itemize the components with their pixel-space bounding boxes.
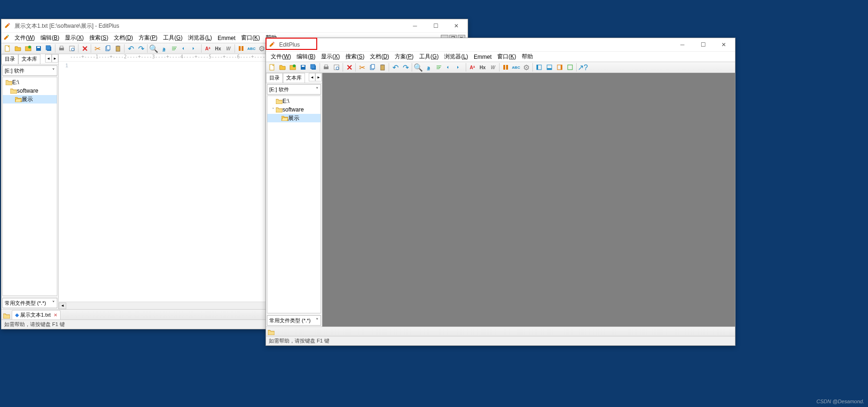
- tree-item-display[interactable]: 展示: [3, 95, 57, 104]
- drive-selector[interactable]: [E:] 软件 ˅: [267, 84, 321, 95]
- sidebar-nav-prev[interactable]: ◄: [45, 54, 52, 63]
- tb-panel4[interactable]: [565, 63, 575, 72]
- directory-tree[interactable]: E:\ ˅ software 展示: [267, 96, 321, 313]
- menu-browser[interactable]: 浏览器(L): [185, 33, 215, 43]
- menu-search[interactable]: 搜索(S): [343, 52, 367, 62]
- menu-file[interactable]: 文件(W): [12, 33, 38, 43]
- sidebar-nav-prev[interactable]: ◄: [309, 73, 315, 81]
- tb-paste[interactable]: [113, 44, 123, 53]
- tb-delete[interactable]: ✕: [344, 63, 354, 72]
- tb-open[interactable]: [13, 44, 23, 53]
- tb-encoding[interactable]: ABC: [247, 44, 256, 53]
- tb-wrap[interactable]: [170, 44, 179, 53]
- sidebar-tab-directory[interactable]: 目录: [266, 73, 283, 83]
- tb-cut[interactable]: ✂: [357, 63, 367, 72]
- tree-item-root[interactable]: E:\: [267, 97, 321, 105]
- titlebar[interactable]: 展示文本1.txt [E:\software\展示] - EditPlus ─ …: [1, 19, 468, 32]
- tree-item-software[interactable]: software: [3, 87, 57, 95]
- minimize-button[interactable]: ─: [405, 19, 425, 32]
- tb-help-arrow[interactable]: ↗?: [578, 63, 587, 72]
- tb-font[interactable]: Aª: [203, 44, 212, 53]
- tb-spell[interactable]: a̲: [424, 63, 433, 72]
- tb-panel2[interactable]: [545, 63, 554, 72]
- tb-save[interactable]: [298, 63, 308, 72]
- menu-view[interactable]: 显示(X): [62, 33, 86, 43]
- menu-doc[interactable]: 文档(D): [111, 33, 136, 43]
- tb-open[interactable]: [278, 63, 287, 72]
- menu-view[interactable]: 显示(X): [318, 52, 343, 62]
- filetype-selector[interactable]: 常用文件类型 (*.*) ˅: [2, 298, 57, 308]
- menu-search[interactable]: 搜索(S): [86, 33, 111, 43]
- menu-tool[interactable]: 工具(G): [416, 52, 441, 62]
- close-button[interactable]: ✕: [713, 38, 734, 51]
- tb-panel1[interactable]: [534, 63, 544, 72]
- tb-redo[interactable]: ↷: [401, 63, 410, 72]
- filetype-selector[interactable]: 常用文件类型 (*.*) ˅: [267, 315, 321, 326]
- tb-redo[interactable]: ↷: [136, 44, 146, 53]
- menu-emmet[interactable]: Emmet: [471, 53, 494, 61]
- tb-panel3[interactable]: [555, 63, 564, 72]
- tb-find[interactable]: 🔍: [149, 44, 158, 53]
- menu-edit[interactable]: 编辑(B): [38, 33, 62, 43]
- file-tab[interactable]: ◆ 展示文本1.txt ✕: [12, 310, 61, 319]
- tb-copy[interactable]: [103, 44, 112, 53]
- tb-encoding[interactable]: ABC: [511, 63, 521, 72]
- menu-browser[interactable]: 浏览器(L): [441, 52, 471, 62]
- menu-emmet[interactable]: Emmet: [215, 34, 238, 42]
- tb-word[interactable]: W: [488, 63, 498, 72]
- scroll-left[interactable]: ◄: [59, 303, 66, 309]
- tb-save[interactable]: [34, 44, 43, 53]
- menu-doc[interactable]: 文档(D): [367, 52, 392, 62]
- tb-columns[interactable]: [501, 63, 510, 72]
- tb-undo[interactable]: ↶: [126, 44, 135, 53]
- drive-selector[interactable]: [E:] 软件 ˅: [2, 65, 57, 76]
- menu-window[interactable]: 窗口(K): [238, 33, 263, 43]
- tb-hex[interactable]: Hx: [213, 44, 223, 53]
- tb-indent[interactable]: [180, 44, 189, 53]
- minimize-button[interactable]: ─: [672, 38, 693, 51]
- tree-item-root[interactable]: E:\: [3, 78, 57, 87]
- tb-outdent[interactable]: [190, 44, 200, 53]
- menu-window[interactable]: 窗口(K): [494, 52, 519, 62]
- tb-paste[interactable]: [378, 63, 387, 72]
- tb-cut[interactable]: ✂: [93, 44, 102, 53]
- tb-font[interactable]: Aª: [468, 63, 477, 72]
- tb-preview[interactable]: [332, 63, 341, 72]
- tb-save-all[interactable]: [44, 44, 54, 53]
- sidebar-nav-next[interactable]: ►: [52, 54, 58, 63]
- menu-help[interactable]: 帮助: [519, 52, 536, 62]
- tb-copy[interactable]: [368, 63, 377, 72]
- tb-settings[interactable]: ⚙: [257, 44, 266, 53]
- tab-close-icon[interactable]: ✕: [54, 312, 57, 318]
- directory-tree[interactable]: E:\ software 展示: [2, 77, 57, 296]
- menu-tool[interactable]: 工具(G): [160, 33, 185, 43]
- tb-find[interactable]: 🔍: [414, 63, 423, 72]
- tb-columns[interactable]: [236, 44, 246, 53]
- tb-new[interactable]: [3, 44, 12, 53]
- tb-wrap[interactable]: [434, 63, 444, 72]
- expander-icon[interactable]: ˅: [270, 107, 276, 112]
- close-button[interactable]: ✕: [446, 19, 467, 32]
- tb-save-all[interactable]: [309, 63, 318, 72]
- tb-new[interactable]: [267, 63, 277, 72]
- tb-print[interactable]: [321, 63, 331, 72]
- tb-open-recent[interactable]: [23, 44, 33, 53]
- tb-spell[interactable]: a̲: [159, 44, 169, 53]
- tree-item-display[interactable]: 展示: [267, 114, 321, 122]
- tb-preview[interactable]: [67, 44, 77, 53]
- tb-indent[interactable]: [445, 63, 454, 72]
- tb-settings[interactable]: ⚙: [522, 63, 531, 72]
- menu-scheme[interactable]: 方案(P): [136, 33, 160, 43]
- tb-undo[interactable]: ↶: [391, 63, 400, 72]
- tb-word[interactable]: W: [224, 44, 233, 53]
- titlebar[interactable]: EditPlus ─ ☐ ✕: [266, 38, 735, 51]
- maximize-button[interactable]: ☐: [693, 38, 713, 51]
- sidebar-tab-library[interactable]: 文本库: [283, 73, 305, 83]
- sidebar-nav-next[interactable]: ►: [315, 73, 322, 81]
- tb-delete[interactable]: ✕: [80, 44, 89, 53]
- tb-hex[interactable]: Hx: [478, 63, 487, 72]
- maximize-button[interactable]: ☐: [425, 19, 446, 32]
- sidebar-tab-library[interactable]: 文本库: [18, 54, 40, 64]
- tb-outdent[interactable]: [455, 63, 464, 72]
- tree-item-software[interactable]: ˅ software: [267, 105, 321, 114]
